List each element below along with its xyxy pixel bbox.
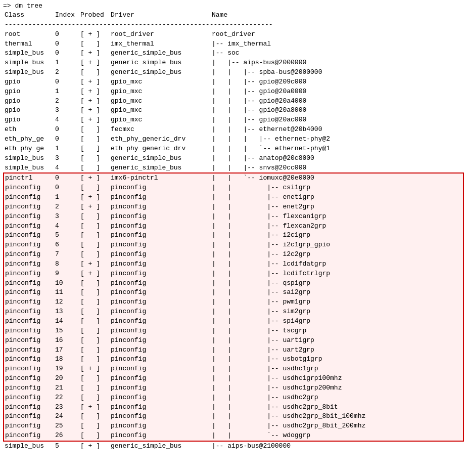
cell-index: 3 <box>54 106 79 115</box>
cell-driver: pinconfig <box>110 250 211 259</box>
cell-name: | | |-- anatop@20c8000 <box>211 154 463 163</box>
cell-index: 16 <box>54 336 79 345</box>
cell-driver: pinconfig <box>110 345 211 355</box>
cell-name: | | |-- pwm1grp <box>211 297 463 307</box>
header-name: Name <box>211 11 463 20</box>
cell-probed: [ + ] <box>79 193 110 202</box>
cell-driver: generic_simple_bus <box>110 68 211 77</box>
table-row: eth_phy_ge0[ ]eth_phy_generic_drv| | | |… <box>4 135 463 144</box>
cell-driver: pinconfig <box>110 336 211 345</box>
title-line: => dm tree <box>3 2 464 10</box>
cell-driver: pinconfig <box>110 212 211 222</box>
cell-class: pinconfig <box>4 403 54 412</box>
cell-index: 1 <box>54 58 79 68</box>
cell-index: 0 <box>54 39 79 49</box>
cell-name: | | |-- ethernet@20b4000 <box>211 125 463 135</box>
cell-name: | | |-- usdhc2grp_8bit <box>211 403 463 412</box>
cell-name: | | |-- uart1grp <box>211 336 463 345</box>
cell-driver: pinconfig <box>110 202 211 212</box>
cell-driver: pinconfig <box>110 183 211 193</box>
cell-probed: [ + ] <box>79 202 110 212</box>
cell-name: | | |-- gpio@20a4000 <box>211 97 463 106</box>
table-row: pinconfig14[ ]pinconfig| | |-- spi4grp <box>4 317 463 326</box>
cell-index: 0 <box>54 30 79 39</box>
table-row: root0[ + ]root_driverroot_driver <box>4 30 463 39</box>
cell-name: | | |-- enet2grp <box>211 202 463 212</box>
cell-index: 17 <box>54 345 79 355</box>
cell-name: | | | |-- ethernet-phy@2 <box>211 135 463 144</box>
cell-index: 23 <box>54 403 79 412</box>
cell-driver: generic_simple_bus <box>110 49 211 58</box>
cell-index: 11 <box>54 288 79 297</box>
cell-index: 2 <box>54 97 79 106</box>
cell-probed: [ + ] <box>79 106 110 115</box>
cell-probed: [ ] <box>79 317 110 326</box>
table-row: pinconfig4[ ]pinconfig| | |-- flexcan2gr… <box>4 222 463 231</box>
cell-class: pinconfig <box>4 202 54 212</box>
cell-class: pinconfig <box>4 336 54 345</box>
cell-probed: [ + ] <box>79 58 110 68</box>
cell-name: | | |-- i2c1grp_gpio <box>211 240 463 250</box>
cell-class: gpio <box>4 115 54 125</box>
table-row: pinconfig2[ + ]pinconfig| | |-- enet2grp <box>4 202 463 212</box>
cell-class: pinconfig <box>4 259 54 269</box>
cell-index: 1 <box>54 193 79 202</box>
cell-driver: generic_simple_bus <box>110 58 211 68</box>
header-driver: Driver <box>110 11 211 20</box>
cell-index: 1 <box>54 144 79 154</box>
cell-index: 8 <box>54 259 79 269</box>
cell-driver: pinconfig <box>110 431 211 441</box>
cell-driver: eth_phy_generic_drv <box>110 144 211 154</box>
cell-name: | | |-- i2c1grp <box>211 231 463 240</box>
cell-name: | | |-- spba-bus@2000000 <box>211 68 463 77</box>
cell-class: thermal <box>4 39 54 49</box>
cell-name: | | |-- qspigrp <box>211 279 463 288</box>
cell-driver: pinconfig <box>110 317 211 326</box>
cell-index: 5 <box>54 441 79 451</box>
cell-index: 7 <box>54 250 79 259</box>
cell-probed: [ ] <box>79 212 110 222</box>
cell-index: 12 <box>54 297 79 307</box>
cell-class: pinconfig <box>4 279 54 288</box>
table-row: pinconfig10[ ]pinconfig| | |-- qspigrp <box>4 279 463 288</box>
cell-index: 0 <box>54 49 79 58</box>
cell-index: 18 <box>54 355 79 364</box>
table-row: pinconfig9[ + ]pinconfig| | |-- lcdifctr… <box>4 269 463 279</box>
cell-name: | | |-- usbotg1grp <box>211 355 463 364</box>
cell-index: 4 <box>54 163 79 174</box>
cell-name: | | |-- gpio@209c000 <box>211 77 463 87</box>
cell-name: | | |-- lcdifctrlgrp <box>211 269 463 279</box>
cell-class: pinconfig <box>4 374 54 383</box>
cell-class: pinconfig <box>4 231 54 240</box>
cell-driver: pinconfig <box>110 259 211 269</box>
cell-class: pinconfig <box>4 345 54 355</box>
cell-index: 0 <box>54 77 79 87</box>
cell-probed: [ ] <box>79 393 110 403</box>
cell-index: 24 <box>54 412 79 421</box>
cell-index: 5 <box>54 231 79 240</box>
cell-class: gpio <box>4 97 54 106</box>
cell-probed: [ ] <box>79 163 110 174</box>
cell-name: | | |-- gpio@20ac000 <box>211 115 463 125</box>
cell-class: pinconfig <box>4 393 54 403</box>
cell-driver: gpio_mxc <box>110 97 211 106</box>
cell-name: | | |-- flexcan2grp <box>211 222 463 231</box>
cell-driver: gpio_mxc <box>110 77 211 87</box>
cell-name: | | |-- usdhc1grp <box>211 364 463 374</box>
cell-index: 2 <box>54 202 79 212</box>
table-row: pinconfig15[ ]pinconfig| | |-- tscgrp <box>4 326 463 336</box>
cell-probed: [ ] <box>79 39 110 49</box>
cell-class: pinconfig <box>4 250 54 259</box>
cell-class: eth_phy_ge <box>4 144 54 154</box>
table-row: thermal0[ ]imx_thermal|-- imx_thermal <box>4 39 463 49</box>
table-row: simple_bus3[ ]generic_simple_bus| | |-- … <box>4 154 463 163</box>
cell-probed: [ + ] <box>79 441 110 451</box>
table-row: gpio4[ + ]gpio_mxc| | |-- gpio@20ac000 <box>4 115 463 125</box>
cell-index: 4 <box>54 222 79 231</box>
table-row: pinconfig8[ + ]pinconfig| | |-- lcdifdat… <box>4 259 463 269</box>
cell-class: simple_bus <box>4 154 54 163</box>
cell-driver: pinconfig <box>110 269 211 279</box>
cell-probed: [ + ] <box>79 115 110 125</box>
cell-driver: pinconfig <box>110 364 211 374</box>
cell-driver: pinconfig <box>110 297 211 307</box>
